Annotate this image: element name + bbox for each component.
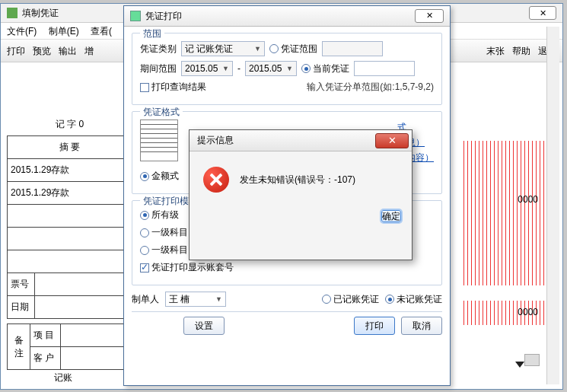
print-query-checkbox[interactable]: 打印查询结果 xyxy=(140,81,206,94)
ticket-table: 票号 日期 xyxy=(7,272,132,319)
menu-view[interactable]: 查看( xyxy=(91,26,112,37)
scrollbar[interactable] xyxy=(546,27,559,384)
period-label: 期间范围 xyxy=(140,62,177,75)
chevron-down-icon: ▼ xyxy=(254,42,261,56)
table-row[interactable] xyxy=(8,228,132,250)
ticket-label: 票号 xyxy=(8,273,35,296)
summary-table: 摘 要 2015.1.29存款 2015.1.29存款 xyxy=(7,135,132,273)
amount-grid xyxy=(463,141,547,285)
voucher-range-input[interactable] xyxy=(322,41,383,56)
table-row[interactable] xyxy=(8,205,132,228)
table-row[interactable]: 2015.1.29存款 xyxy=(8,159,132,182)
date-label: 日期 xyxy=(8,296,35,319)
tool-export[interactable]: 输出 xyxy=(59,40,77,62)
tool-print[interactable]: 打印 xyxy=(7,40,25,62)
note-table: 备注 项 目 客 户 xyxy=(7,323,132,370)
error-ok-button[interactable]: 确定 xyxy=(381,210,401,222)
table-row[interactable] xyxy=(8,250,132,273)
group-range: 范围 凭证类别 记 记账凭证▼ 凭证范围 期间范围 2015.05▼ - 201… xyxy=(132,33,442,105)
error-title: 提示信息 xyxy=(197,134,375,147)
tpl-all-radio[interactable]: 所有级 xyxy=(140,209,179,221)
error-message: 发生未知错误(错误号：-107) xyxy=(240,174,355,186)
error-dialog: 提示信息 ✕ 发生未知错误(错误号：-107) 确定 xyxy=(189,129,413,260)
maker-row: 制单人 王 楠▼ 已记账凭证 未记账凭证 xyxy=(132,292,442,307)
current-voucher-input[interactable] xyxy=(354,61,415,76)
chevron-down-icon: ▼ xyxy=(215,292,222,306)
cancel-button[interactable]: 取消 xyxy=(401,317,442,335)
group-template-legend: 凭证打印模 xyxy=(140,195,192,208)
settings-button[interactable]: 设置 xyxy=(183,317,225,335)
customer-label: 客 户 xyxy=(30,347,61,370)
maker-select[interactable]: 王 楠▼ xyxy=(165,292,226,307)
main-close-button[interactable]: ✕ xyxy=(529,6,556,20)
tool-preview[interactable]: 预览 xyxy=(33,40,51,62)
show-account-checkbox[interactable]: 凭证打印显示账套号 xyxy=(140,261,234,274)
print-title: 凭证打印 xyxy=(145,6,415,27)
tool-last[interactable]: 末张 xyxy=(486,40,505,62)
voucher-word: 记 字 0 xyxy=(7,118,132,131)
footer-post: 记账 xyxy=(54,371,72,384)
project-label: 项 目 xyxy=(30,324,61,347)
split-hint: 输入凭证分单范围(如:1,5,7-9,2) xyxy=(307,81,434,94)
print-dialog-icon xyxy=(130,11,141,21)
print-titlebar: 凭证打印 ✕ xyxy=(124,6,450,27)
group-format-legend: 凭证格式 xyxy=(140,106,183,119)
error-close-button[interactable]: ✕ xyxy=(375,133,409,148)
posted-radio[interactable]: 已记账凭证 xyxy=(322,293,379,306)
footer-button[interactable] xyxy=(524,354,540,366)
dialog-buttons: 设置 打印 取消 xyxy=(132,317,442,335)
format-preview xyxy=(140,120,178,161)
group-range-legend: 范围 xyxy=(140,27,164,40)
print-close-button[interactable]: ✕ xyxy=(415,9,444,23)
voucher-left: 记 字 0 摘 要 2015.1.29存款 2015.1.29存款 票号 日期 … xyxy=(7,118,132,370)
print-button[interactable]: 打印 xyxy=(354,317,395,335)
error-icon xyxy=(203,167,229,193)
menu-file[interactable]: 文件(F) xyxy=(7,26,37,37)
table-row[interactable]: 2015.1.29存款 xyxy=(8,182,132,205)
summary-header: 摘 要 xyxy=(8,136,132,159)
voucher-type-select[interactable]: 记 记账凭证▼ xyxy=(181,41,265,56)
app-icon xyxy=(7,8,18,18)
chevron-down-icon: ▼ xyxy=(286,62,293,75)
right-zeros-1: 0000 xyxy=(518,194,538,205)
period-from-select[interactable]: 2015.05▼ xyxy=(181,61,233,76)
voucher-range-radio[interactable]: 凭证范围 xyxy=(269,43,317,56)
maker-label: 制单人 xyxy=(132,293,159,306)
chevron-down-icon: ▼ xyxy=(222,62,229,75)
period-to-select[interactable]: 2015.05▼ xyxy=(245,61,297,76)
current-voucher-radio[interactable]: 当前凭证 xyxy=(301,62,349,75)
tool-help[interactable]: 帮助 xyxy=(512,40,530,62)
menu-voucher[interactable]: 制单(E) xyxy=(49,26,79,37)
tool-add[interactable]: 增 xyxy=(84,40,94,62)
unposted-radio[interactable]: 未记账凭证 xyxy=(385,293,442,306)
voucher-type-label: 凭证类别 xyxy=(140,43,177,56)
error-titlebar: 提示信息 ✕ xyxy=(190,130,412,151)
dropdown-caret-icon[interactable] xyxy=(515,362,524,368)
note-label: 备注 xyxy=(8,324,30,370)
right-zeros-2: 0000 xyxy=(518,307,538,317)
amount-format-radio[interactable]: 金额式 xyxy=(140,170,179,183)
